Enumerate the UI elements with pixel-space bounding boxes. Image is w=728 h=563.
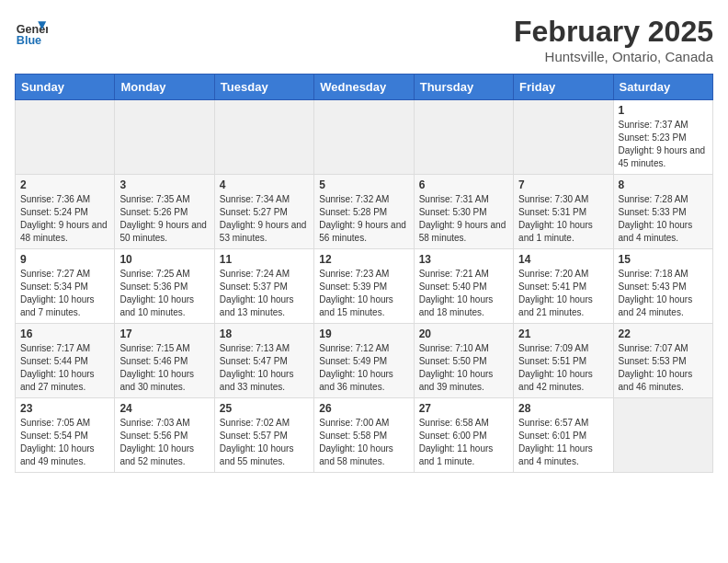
day-info: Sunrise: 7:10 AM Sunset: 5:50 PM Dayligh… — [419, 342, 508, 394]
day-number: 21 — [518, 327, 608, 340]
calendar-header-row: SundayMondayTuesdayWednesdayThursdayFrid… — [16, 75, 713, 100]
day-info: Sunrise: 7:07 AM Sunset: 5:53 PM Dayligh… — [619, 342, 708, 394]
day-number: 3 — [119, 178, 209, 191]
day-info: Sunrise: 7:09 AM Sunset: 5:51 PM Dayligh… — [518, 342, 608, 394]
day-number: 4 — [220, 178, 309, 191]
day-number: 6 — [419, 178, 508, 191]
day-number: 20 — [419, 327, 508, 340]
calendar-day-cell: 22Sunrise: 7:07 AM Sunset: 5:53 PM Dayli… — [613, 324, 712, 398]
calendar-day-cell: 24Sunrise: 7:03 AM Sunset: 5:56 PM Dayli… — [115, 398, 214, 473]
calendar-week-row: 16Sunrise: 7:17 AM Sunset: 5:44 PM Dayli… — [16, 324, 713, 398]
day-info: Sunrise: 7:21 AM Sunset: 5:40 PM Dayligh… — [419, 268, 508, 319]
calendar-table: SundayMondayTuesdayWednesdayThursdayFrid… — [15, 74, 713, 473]
day-info: Sunrise: 7:28 AM Sunset: 5:33 PM Dayligh… — [619, 193, 708, 245]
day-info: Sunrise: 7:24 AM Sunset: 5:37 PM Dayligh… — [220, 268, 309, 319]
calendar-day-cell — [314, 100, 414, 175]
logo: General Blue — [15, 15, 48, 48]
day-of-week-header: Sunday — [16, 75, 115, 100]
day-number: 27 — [419, 402, 508, 415]
day-info: Sunrise: 7:32 AM Sunset: 5:28 PM Dayligh… — [319, 193, 408, 245]
calendar-day-cell: 8Sunrise: 7:28 AM Sunset: 5:33 PM Daylig… — [613, 175, 712, 249]
calendar-day-cell: 6Sunrise: 7:31 AM Sunset: 5:30 PM Daylig… — [414, 175, 513, 249]
calendar-day-cell: 14Sunrise: 7:20 AM Sunset: 5:41 PM Dayli… — [514, 249, 613, 324]
title-block: February 2025 Huntsville, Ontario, Canad… — [514, 15, 713, 64]
day-info: Sunrise: 7:37 AM Sunset: 5:23 PM Dayligh… — [619, 119, 708, 170]
svg-text:Blue: Blue — [17, 34, 41, 47]
day-info: Sunrise: 6:57 AM Sunset: 6:01 PM Dayligh… — [518, 417, 608, 468]
day-number: 17 — [119, 327, 209, 340]
day-number: 22 — [619, 327, 708, 340]
day-number: 18 — [220, 327, 309, 340]
day-info: Sunrise: 7:12 AM Sunset: 5:49 PM Dayligh… — [319, 342, 408, 394]
day-info: Sunrise: 6:58 AM Sunset: 6:00 PM Dayligh… — [419, 417, 508, 468]
day-info: Sunrise: 7:15 AM Sunset: 5:46 PM Dayligh… — [119, 342, 209, 394]
day-number: 25 — [220, 402, 309, 415]
day-of-week-header: Friday — [514, 75, 613, 100]
month-title: February 2025 — [514, 15, 713, 49]
day-number: 7 — [518, 178, 608, 191]
header: General Blue February 2025 Huntsville, O… — [15, 15, 713, 64]
calendar-day-cell: 2Sunrise: 7:36 AM Sunset: 5:24 PM Daylig… — [16, 175, 115, 249]
day-info: Sunrise: 7:30 AM Sunset: 5:31 PM Dayligh… — [518, 193, 608, 245]
day-info: Sunrise: 7:13 AM Sunset: 5:47 PM Dayligh… — [220, 342, 309, 394]
day-info: Sunrise: 7:35 AM Sunset: 5:26 PM Dayligh… — [119, 193, 209, 245]
day-number: 8 — [619, 178, 708, 191]
day-of-week-header: Wednesday — [314, 75, 414, 100]
calendar-day-cell: 7Sunrise: 7:30 AM Sunset: 5:31 PM Daylig… — [514, 175, 613, 249]
calendar-day-cell: 16Sunrise: 7:17 AM Sunset: 5:44 PM Dayli… — [16, 324, 115, 398]
calendar-day-cell: 9Sunrise: 7:27 AM Sunset: 5:34 PM Daylig… — [16, 249, 115, 324]
calendar-day-cell: 11Sunrise: 7:24 AM Sunset: 5:37 PM Dayli… — [214, 249, 313, 324]
day-info: Sunrise: 7:00 AM Sunset: 5:58 PM Dayligh… — [319, 417, 408, 468]
calendar-day-cell: 21Sunrise: 7:09 AM Sunset: 5:51 PM Dayli… — [514, 324, 613, 398]
calendar-day-cell — [16, 100, 115, 175]
calendar-day-cell: 12Sunrise: 7:23 AM Sunset: 5:39 PM Dayli… — [314, 249, 414, 324]
day-number: 12 — [319, 253, 408, 266]
calendar-day-cell: 1Sunrise: 7:37 AM Sunset: 5:23 PM Daylig… — [613, 100, 712, 175]
day-number: 5 — [319, 178, 408, 191]
calendar-day-cell — [214, 100, 313, 175]
day-of-week-header: Saturday — [613, 75, 712, 100]
calendar-day-cell: 15Sunrise: 7:18 AM Sunset: 5:43 PM Dayli… — [613, 249, 712, 324]
calendar-day-cell: 4Sunrise: 7:34 AM Sunset: 5:27 PM Daylig… — [214, 175, 313, 249]
day-number: 14 — [518, 253, 608, 266]
location-title: Huntsville, Ontario, Canada — [514, 49, 713, 64]
calendar-day-cell: 17Sunrise: 7:15 AM Sunset: 5:46 PM Dayli… — [115, 324, 214, 398]
calendar-day-cell: 5Sunrise: 7:32 AM Sunset: 5:28 PM Daylig… — [314, 175, 414, 249]
day-number: 26 — [319, 402, 408, 415]
day-info: Sunrise: 7:23 AM Sunset: 5:39 PM Dayligh… — [319, 268, 408, 319]
day-number: 10 — [119, 253, 209, 266]
day-of-week-header: Monday — [115, 75, 214, 100]
day-number: 28 — [518, 402, 608, 415]
calendar-day-cell: 23Sunrise: 7:05 AM Sunset: 5:54 PM Dayli… — [16, 398, 115, 473]
day-number: 13 — [419, 253, 508, 266]
day-info: Sunrise: 7:27 AM Sunset: 5:34 PM Dayligh… — [20, 268, 109, 319]
calendar-day-cell — [414, 100, 513, 175]
calendar-day-cell: 18Sunrise: 7:13 AM Sunset: 5:47 PM Dayli… — [214, 324, 313, 398]
calendar-day-cell: 28Sunrise: 6:57 AM Sunset: 6:01 PM Dayli… — [514, 398, 613, 473]
day-info: Sunrise: 7:03 AM Sunset: 5:56 PM Dayligh… — [119, 417, 209, 468]
day-number: 2 — [20, 178, 109, 191]
calendar-day-cell: 13Sunrise: 7:21 AM Sunset: 5:40 PM Dayli… — [414, 249, 513, 324]
day-number: 24 — [119, 402, 209, 415]
day-number: 11 — [220, 253, 309, 266]
day-number: 23 — [20, 402, 109, 415]
logo-icon: General Blue — [15, 15, 48, 48]
calendar-day-cell: 25Sunrise: 7:02 AM Sunset: 5:57 PM Dayli… — [214, 398, 313, 473]
calendar-day-cell: 26Sunrise: 7:00 AM Sunset: 5:58 PM Dayli… — [314, 398, 414, 473]
calendar-day-cell — [514, 100, 613, 175]
day-number: 9 — [20, 253, 109, 266]
calendar-week-row: 2Sunrise: 7:36 AM Sunset: 5:24 PM Daylig… — [16, 175, 713, 249]
calendar-day-cell: 27Sunrise: 6:58 AM Sunset: 6:00 PM Dayli… — [414, 398, 513, 473]
calendar-week-row: 9Sunrise: 7:27 AM Sunset: 5:34 PM Daylig… — [16, 249, 713, 324]
calendar-day-cell — [613, 398, 712, 473]
calendar-day-cell — [115, 100, 214, 175]
day-of-week-header: Thursday — [414, 75, 513, 100]
day-info: Sunrise: 7:31 AM Sunset: 5:30 PM Dayligh… — [419, 193, 508, 245]
calendar-week-row: 1Sunrise: 7:37 AM Sunset: 5:23 PM Daylig… — [16, 100, 713, 175]
day-number: 1 — [619, 104, 708, 117]
day-info: Sunrise: 7:02 AM Sunset: 5:57 PM Dayligh… — [220, 417, 309, 468]
calendar-day-cell: 10Sunrise: 7:25 AM Sunset: 5:36 PM Dayli… — [115, 249, 214, 324]
day-info: Sunrise: 7:34 AM Sunset: 5:27 PM Dayligh… — [220, 193, 309, 245]
day-info: Sunrise: 7:17 AM Sunset: 5:44 PM Dayligh… — [20, 342, 109, 394]
calendar-day-cell: 3Sunrise: 7:35 AM Sunset: 5:26 PM Daylig… — [115, 175, 214, 249]
